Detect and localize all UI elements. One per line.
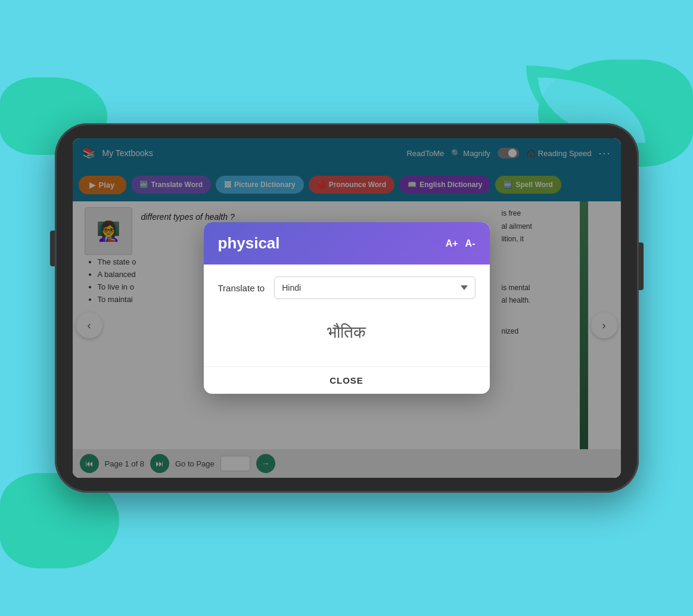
translate-modal: physical A+ A- Translate to Hindi Engl [204, 222, 490, 394]
power-button [639, 242, 644, 290]
modal-word: physical [218, 234, 280, 253]
screen-content: 📚 My Textbooks ReadToMe 🔍 Magnify 🎧 Read… [73, 138, 621, 478]
translate-to-label: Translate to [218, 283, 265, 293]
modal-size-controls: A+ A- [446, 238, 476, 249]
modal-overlay: physical A+ A- Translate to Hindi Engl [73, 138, 621, 478]
modal-body: Translate to Hindi English Tamil Telugu … [204, 265, 490, 366]
language-selector[interactable]: Hindi English Tamil Telugu Marathi Gujar… [274, 276, 475, 299]
phone-screen: 📚 My Textbooks ReadToMe 🔍 Magnify 🎧 Read… [73, 138, 621, 478]
translated-text: भौतिक [218, 311, 476, 354]
increase-font-button[interactable]: A+ [446, 238, 458, 249]
modal-footer: CLOSE [204, 366, 490, 394]
translate-to-row: Translate to Hindi English Tamil Telugu … [218, 276, 476, 299]
volume-button [50, 231, 55, 266]
decrease-font-button[interactable]: A- [465, 238, 476, 249]
close-modal-button[interactable]: CLOSE [330, 375, 363, 385]
modal-header: physical A+ A- [204, 222, 490, 265]
phone-shell: 📚 My Textbooks ReadToMe 🔍 Magnify 🎧 Read… [55, 123, 639, 493]
